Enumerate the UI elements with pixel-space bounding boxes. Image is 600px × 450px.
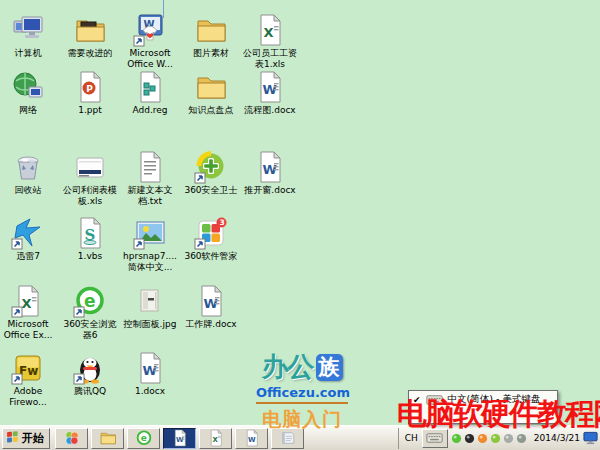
tray-icons (451, 433, 527, 444)
360-ball-icon[interactable] (490, 433, 501, 444)
desktop-icon-label: 腾讯QQ (58, 386, 122, 397)
desktop-icon-folder[interactable]: 图片素材 (179, 13, 243, 59)
desktop-icon-folder[interactable]: 知识点盘点 (179, 70, 243, 116)
desktop-icon-word[interactable]: W1.docx (118, 351, 182, 397)
officezu-badge: 族 (316, 354, 343, 381)
desktop-icon-label: Add.reg (118, 105, 182, 116)
taskbar-button-folder-window[interactable] (91, 428, 124, 449)
desktop-icon-word[interactable]: W工作牌.docx (179, 284, 243, 330)
desktop-icon-txt[interactable]: 新建文本文档.txt (118, 150, 182, 206)
desktop-icon-label: 计算机 (0, 48, 60, 59)
keyboard-icon (426, 394, 443, 406)
svg-text:3: 3 (220, 218, 225, 227)
svg-text:e: e (84, 291, 96, 311)
thunder-icon (11, 216, 45, 250)
desktop-icon-grid360[interactable]: 3360软件管家 (179, 216, 243, 262)
qq-icon (73, 351, 107, 385)
desktop-icon-label: 流程图.docx (238, 105, 302, 116)
desktop-icon-ppt[interactable]: P1.ppt (58, 70, 122, 116)
desktop: 计算机需要改进的WMicrosoftOffice W...图片素材X公司员工工资… (0, 0, 600, 450)
desktop-icon-ctrl-jpg[interactable]: 控制面板.jpg (118, 284, 182, 330)
svg-text:P: P (86, 84, 93, 94)
desktop-icon-ebrowser[interactable]: e360安全浏览器6 (58, 284, 122, 340)
taskbar-button-word-window[interactable]: W (163, 428, 196, 449)
desktop-icon-label: hprsnap7....简体中文... (118, 251, 182, 272)
qq-penguin-icon[interactable] (464, 433, 475, 444)
desktop-icon-fw[interactable]: FwAdobeFirewo... (0, 351, 60, 407)
desktop-icon-label: 工作牌.docx (179, 319, 243, 330)
fw-icon: Fw (11, 351, 45, 385)
keyboard-tray-button[interactable] (422, 429, 448, 448)
ebrowser-icon: e (73, 284, 107, 318)
taskbar-button-excel-window[interactable]: X (199, 428, 232, 449)
desktop-icon-label: AdobeFirewo... (0, 386, 60, 407)
desktop-icon-photo[interactable]: hprsnap7....简体中文... (118, 216, 182, 272)
desktop-icon-label: 知识点盘点 (179, 105, 243, 116)
language-menu-item[interactable]: ✔ 中文(简体) - 美式键盘 (409, 391, 557, 408)
start-button[interactable]: 开始 (2, 428, 50, 449)
desktop-icon-computer[interactable]: 计算机 (0, 13, 60, 59)
taskbar-button-colored-balls-window[interactable] (55, 428, 88, 449)
desktop-icon-template-xls[interactable]: 公司利润表模板.xls (58, 150, 122, 206)
txt-icon (133, 150, 167, 184)
svg-text:e: e (140, 433, 146, 443)
volume-icon[interactable] (516, 433, 527, 444)
language-menu-item-label: 中文(简体) - 美式键盘 (448, 393, 541, 406)
svg-text:X: X (22, 296, 32, 311)
clock[interactable]: 2014/3/21 (534, 433, 580, 443)
desktop-icon-label: 360软件管家 (179, 251, 243, 262)
vbs-icon: S (73, 216, 107, 250)
artifact-line (163, 0, 164, 18)
grid360-icon: 3 (194, 216, 228, 250)
desktop-icon-label: 360安全卫士 (179, 185, 243, 196)
desktop-icon-label: MicrosoftOffice Ex... (0, 319, 60, 340)
desktop-icon-excel[interactable]: X公司员工工资表1.xls (238, 13, 302, 69)
desktop-icon-label: 公司利润表模板.xls (58, 185, 122, 206)
desktop-icon-recycle[interactable]: 回收站 (0, 150, 60, 196)
language-menu: ✔ 中文(简体) - 美式键盘 (408, 390, 558, 424)
desktop-icon-excel[interactable]: XMicrosoftOffice Ex... (0, 284, 60, 340)
desktop-icon-word[interactable]: W推开窗.docx (238, 150, 302, 196)
im-online-icon[interactable] (451, 433, 462, 444)
device-icon[interactable] (503, 433, 514, 444)
officezu-domain-text: Officezu.com (256, 385, 348, 400)
desktop-icon-network[interactable]: 网络 (0, 70, 60, 116)
desktop-icon-reg[interactable]: Add.reg (118, 70, 182, 116)
language-indicator[interactable]: CH (404, 433, 419, 443)
display-tray-icon[interactable] (583, 431, 598, 445)
qq-penguin2-icon[interactable] (477, 433, 488, 444)
word-shirt-icon: W (133, 13, 167, 47)
check-icon: ✔ (413, 395, 421, 405)
desktop-icon-label: 回收站 (0, 185, 60, 196)
folder-dark-icon (73, 13, 107, 47)
desktop-icon-label: 1.ppt (58, 105, 122, 116)
computer-icon (11, 13, 45, 47)
desktop-icon-word[interactable]: W流程图.docx (238, 70, 302, 116)
desktop-icon-label: 新建文本文档.txt (118, 185, 182, 206)
desktop-icon-thunder[interactable]: 迅雷7 (0, 216, 60, 262)
desktop-icon-label: 1.docx (118, 386, 182, 397)
officezu-slogan-text: 电脑入门 (256, 407, 348, 433)
desktop-icon-folder-dark[interactable]: 需要改进的 (58, 13, 122, 59)
desktop-icon-shield360[interactable]: 360安全卫士 (179, 150, 243, 196)
officezu-brand-text: 办公 (262, 349, 314, 385)
desktop-icon-label: 需要改进的 (58, 48, 122, 59)
taskbar-button-360-browser-window[interactable]: e (127, 428, 160, 449)
desktop-icon-word-shirt[interactable]: WMicrosoftOffice W... (118, 13, 182, 69)
desktop-icon-label: 1.vbs (58, 251, 122, 262)
desktop-icon-label: 迅雷7 (0, 251, 60, 262)
ctrl-jpg-icon (133, 284, 167, 318)
svg-text:W: W (248, 436, 256, 444)
folder-icon (194, 70, 228, 104)
network-icon (11, 70, 45, 104)
desktop-icon-qq[interactable]: 腾讯QQ (58, 351, 122, 397)
desktop-icon-vbs[interactable]: S1.vbs (58, 216, 122, 262)
svg-text:X: X (264, 25, 274, 40)
excel-icon: X (11, 284, 45, 318)
photo-icon (133, 216, 167, 250)
start-button-label: 开始 (22, 431, 44, 446)
desktop-icon-label: 控制面板.jpg (118, 319, 182, 330)
desktop-icon-label: 公司员工工资表1.xls (238, 48, 302, 69)
desktop-icon-label: 推开窗.docx (238, 185, 302, 196)
word-icon: W (194, 284, 228, 318)
